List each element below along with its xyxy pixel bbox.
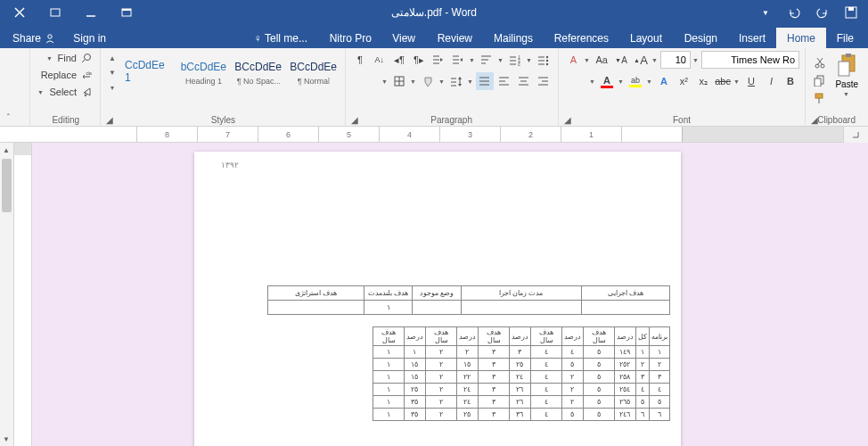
- copy-icon[interactable]: [811, 72, 827, 88]
- scrollbar-thumb[interactable]: [2, 159, 12, 212]
- collapse-ribbon-icon[interactable]: ˆ: [0, 48, 16, 126]
- select-icon: [80, 86, 93, 98]
- tab-home[interactable]: Home: [776, 28, 826, 48]
- sort-icon[interactable]: A↓: [371, 51, 389, 69]
- font-launcher-icon[interactable]: ◢: [562, 114, 573, 125]
- table-2[interactable]: هدف سالدرصدهدف سالدرصدهدف سالدرصدهدف سال…: [373, 326, 670, 421]
- tab-insert[interactable]: Insert: [728, 28, 776, 48]
- style-heading-2[interactable]: CcDdEe 1: [122, 51, 174, 95]
- styles-more-icon[interactable]: ▲▼▾: [106, 51, 119, 95]
- shrink-font-icon[interactable]: A▼: [612, 51, 630, 69]
- ltr-icon[interactable]: ¶▸: [410, 51, 428, 69]
- tab-nitro-pro[interactable]: Nitro Pro: [318, 28, 381, 48]
- subscript-button[interactable]: x₂: [694, 72, 712, 90]
- font-size-select[interactable]: 10: [660, 51, 691, 69]
- paragraph-launcher-icon[interactable]: ◢: [349, 114, 360, 125]
- align-right-icon[interactable]: [495, 72, 513, 90]
- svg-point-20: [546, 56, 548, 58]
- undo-icon[interactable]: [813, 3, 832, 22]
- font-color-icon[interactable]: A: [598, 72, 616, 90]
- close-icon[interactable]: [4, 2, 36, 23]
- document-page[interactable]: ١٣٩٢ هدف استراتژی هدف بلندمدت وضع موجود …: [194, 152, 681, 446]
- multilevel-icon[interactable]: [478, 51, 495, 69]
- find-button[interactable]: Find▼: [45, 51, 94, 65]
- change-case-icon[interactable]: Aa: [593, 51, 610, 69]
- line-spacing-icon[interactable]: [447, 72, 465, 90]
- superscript-button[interactable]: x²: [675, 72, 692, 90]
- minimize-icon[interactable]: [75, 2, 107, 23]
- tab-view[interactable]: View: [382, 28, 427, 48]
- font-name-select[interactable]: Times New Ro: [701, 51, 799, 69]
- numbering-icon[interactable]: 123: [506, 51, 524, 69]
- table-row: ١: [268, 301, 670, 315]
- align-left-icon[interactable]: [535, 72, 553, 90]
- scroll-up-icon[interactable]: ▲: [0, 143, 13, 157]
- rtl-icon[interactable]: ◂¶: [390, 51, 408, 69]
- tab-design[interactable]: Design: [673, 28, 727, 48]
- clipboard-launcher-icon[interactable]: ◢: [809, 114, 820, 125]
- svg-text:3: 3: [518, 62, 520, 66]
- shading-icon[interactable]: [419, 72, 437, 90]
- highlight-icon[interactable]: ab: [626, 72, 644, 90]
- styles-launcher-icon[interactable]: ◢: [104, 114, 115, 125]
- strike-button[interactable]: abc: [714, 72, 732, 90]
- svg-rect-3: [122, 9, 131, 11]
- table-row: ١١٥٢١٥٣٢٥٤٥٥٢٥٢٢٢: [373, 359, 670, 371]
- grow-font-icon[interactable]: A▲: [632, 51, 650, 69]
- show-marks-icon[interactable]: ¶: [351, 51, 369, 69]
- italic-button[interactable]: I: [762, 72, 780, 90]
- table-1[interactable]: هدف استراتژی هدف بلندمدت وضع موجود مدت ز…: [267, 285, 670, 315]
- tab-file[interactable]: File: [826, 28, 864, 48]
- bullets-icon[interactable]: [535, 51, 553, 69]
- tab-tell-me[interactable]: ♀ Tell me...: [243, 28, 318, 48]
- tab-selector-icon[interactable]: [843, 127, 868, 143]
- style-normal[interactable]: BCcDdEe¶ Normal: [288, 51, 340, 95]
- title-bar: ▼ سلامتی.pdf - Word: [0, 0, 868, 25]
- svg-line-61: [82, 60, 85, 62]
- decrease-indent-icon[interactable]: [449, 51, 467, 69]
- table-row: هدف سالدرصدهدف سالدرصدهدف سالدرصدهدف سال…: [373, 327, 670, 346]
- paste-icon: [834, 53, 859, 78]
- group-font: Times New Ro ▼ 10 ▼ A▲ A▼ Aa▼ A B I U▼ a…: [558, 48, 805, 126]
- svg-rect-10: [846, 54, 851, 57]
- replace-icon: ab: [80, 69, 93, 81]
- sign-in-button[interactable]: Sign in: [64, 29, 115, 48]
- increase-indent-icon[interactable]: [430, 51, 447, 69]
- font-name-dd-icon[interactable]: ▼: [692, 51, 700, 69]
- tab-references[interactable]: References: [544, 28, 619, 48]
- group-paragraph: ▼ 123▼ ▼ ¶▸ ◂¶ A↓ ¶ ▼ ▼ ▼ ▼ Paragraph◢: [345, 48, 558, 126]
- align-center-icon[interactable]: [515, 72, 533, 90]
- cut-icon[interactable]: [811, 54, 827, 70]
- bold-button[interactable]: B: [782, 72, 799, 90]
- ribbon-options-icon[interactable]: [111, 2, 143, 23]
- vertical-scrollbar[interactable]: ▲ ▼: [0, 143, 14, 446]
- replace-button[interactable]: abReplace: [39, 68, 94, 82]
- share-button[interactable]: Share: [4, 29, 64, 48]
- group-clipboard: Paste ▼ Clipboard◢: [805, 48, 868, 126]
- qat-customize-icon[interactable]: ▼: [756, 3, 775, 22]
- format-painter-icon[interactable]: [811, 90, 827, 106]
- tab-layout[interactable]: Layout: [619, 28, 673, 48]
- clear-format-icon[interactable]: A: [564, 51, 582, 69]
- justify-icon[interactable]: [476, 72, 494, 90]
- style-heading-1[interactable]: bCcDdEeHeading 1: [177, 51, 229, 95]
- horizontal-ruler[interactable]: 1 2 3 4 5 6 7 8: [0, 127, 868, 143]
- underline-button[interactable]: U: [742, 72, 760, 90]
- svg-rect-5: [51, 9, 60, 16]
- font-size-dd-icon[interactable]: ▼: [651, 51, 659, 69]
- text-effects-icon[interactable]: A: [655, 72, 673, 90]
- scroll-down-icon[interactable]: ▼: [0, 432, 13, 446]
- redo-icon[interactable]: [784, 3, 804, 22]
- svg-point-22: [546, 60, 548, 62]
- style-no-spacing[interactable]: BCcDdEe¶ No Spac...: [233, 51, 284, 95]
- paste-button[interactable]: Paste ▼: [831, 51, 863, 99]
- tab-mailings[interactable]: Mailings: [483, 28, 544, 48]
- vertical-ruler[interactable]: [14, 143, 32, 446]
- select-button[interactable]: Select▼: [36, 85, 94, 99]
- maximize-icon[interactable]: [39, 2, 71, 23]
- save-icon[interactable]: [841, 3, 861, 22]
- borders-icon[interactable]: [390, 72, 408, 90]
- ribbon-tabs: File Home Insert Design Layout Reference…: [0, 25, 868, 48]
- tab-review[interactable]: Review: [426, 28, 482, 48]
- table-row: هدف استراتژی هدف بلندمدت وضع موجود مدت ز…: [268, 286, 670, 301]
